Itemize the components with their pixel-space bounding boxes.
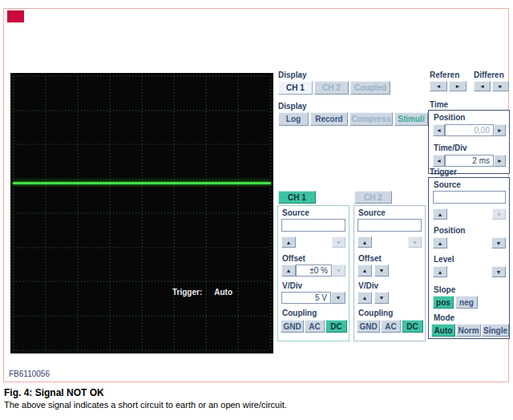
down-arrow-icon: ▼	[496, 240, 502, 246]
right-arrow-icon: ►	[497, 158, 503, 164]
ch1-coupling-dc-button[interactable]: DC	[325, 320, 347, 333]
ch2-vdiv-up-button[interactable]: ▲	[357, 292, 372, 304]
reference-next-button[interactable]: ►	[449, 81, 467, 91]
display-channels-label: Display	[278, 71, 307, 80]
display-coupled-button[interactable]: Coupled	[350, 81, 390, 95]
trigger-level-up-button[interactable]: ▲	[433, 266, 447, 277]
ch2-coupling-ac-button[interactable]: AC	[381, 320, 401, 333]
reference-prev-button[interactable]: ◄	[430, 81, 447, 91]
timediv-increase-button[interactable]: ►	[494, 155, 506, 167]
left-arrow-icon: ◄	[479, 83, 485, 89]
time-group-label: Time	[430, 100, 448, 110]
ch2-panel: Source ▲ ▼ Offset ▲ ▼ V/Div ▲ ▼ Coupling…	[353, 205, 426, 341]
ch2-source-field[interactable]	[357, 219, 422, 232]
time-position-value: 0,00	[445, 124, 494, 136]
down-arrow-icon: ▼	[412, 240, 418, 245]
down-arrow-icon: ▼	[336, 268, 341, 273]
ch1-offset-dropdown-button[interactable]: ▼	[332, 265, 345, 277]
ch2-coupling-buttons: GND AC DC	[357, 320, 424, 333]
trigger-source-controls: ▲ ▼	[433, 208, 506, 220]
up-arrow-icon: ▲	[362, 240, 368, 245]
right-arrow-icon: ►	[497, 127, 503, 133]
ch1-offset-value: ±0 %	[296, 265, 332, 277]
ch2-header-button[interactable]: CH 2	[354, 191, 392, 204]
ch1-source-up-button[interactable]: ▲	[281, 236, 296, 248]
differential-spinner: ◄ ►	[474, 81, 509, 91]
spacer	[447, 208, 492, 220]
display-ch1-button[interactable]: CH 1	[278, 81, 313, 95]
signal-trace	[13, 182, 271, 184]
trigger-source-label: Source	[434, 180, 461, 190]
ch1-vdiv-value: 5 V	[281, 292, 331, 304]
mode-single-button[interactable]: Single	[482, 324, 509, 337]
mode-buttons: Auto Norm Single	[431, 324, 509, 337]
trigger-level-spinner: ▲ ▼	[433, 266, 506, 277]
trigger-level-down-button[interactable]: ▼	[491, 266, 506, 277]
ch2-offset-down-button[interactable]: ▼	[374, 265, 389, 277]
display-log-button[interactable]: Log	[278, 112, 309, 126]
timediv-decrease-button[interactable]: ◄	[433, 155, 445, 167]
up-arrow-icon: ▲	[438, 240, 443, 246]
ch1-coupling-ac-button[interactable]: AC	[305, 320, 325, 333]
ch2-offset-up-button[interactable]: ▲	[357, 265, 372, 277]
differential-next-button[interactable]: ►	[492, 81, 509, 91]
up-arrow-icon: ▲	[362, 295, 368, 301]
mode-label: Mode	[434, 313, 454, 323]
trigger-position-label: Position	[434, 226, 465, 236]
timediv-label: Time/Div	[434, 143, 467, 153]
ch2-vdiv-label: V/Div	[358, 281, 378, 291]
ch2-source-dropdown-button[interactable]: ▼	[408, 236, 422, 248]
trigger-source-up-button[interactable]: ▲	[433, 208, 447, 220]
ch2-vdiv-down-button[interactable]: ▼	[374, 292, 389, 304]
trigger-position-down-button[interactable]: ▼	[491, 237, 506, 248]
differential-prev-button[interactable]: ◄	[474, 81, 491, 91]
trigger-group-label: Trigger	[430, 168, 457, 177]
ch2-source-up-button[interactable]: ▲	[357, 236, 372, 248]
ch2-offset-spinner: ▲ ▼	[357, 265, 422, 277]
figure-frame: Trigger: Auto Display CH 1 CH 2 Coupled …	[3, 8, 509, 382]
left-arrow-icon: ◄	[436, 83, 442, 89]
display-compress-button[interactable]: Compress	[349, 112, 393, 126]
slope-pos-button[interactable]: pos	[433, 296, 454, 309]
time-position-increase-button[interactable]: ►	[494, 124, 506, 136]
ch2-coupling-dc-button[interactable]: DC	[402, 320, 423, 333]
ch1-vdiv-label: V/Div	[282, 281, 302, 291]
time-position-label: Position	[434, 113, 465, 123]
timediv-value: 2 ms	[445, 155, 494, 167]
ch1-offset-up-button[interactable]: ▲	[281, 265, 296, 277]
slope-neg-button[interactable]: neg	[455, 296, 478, 309]
trigger-source-field[interactable]	[433, 191, 506, 204]
display-ch2-button[interactable]: CH 2	[314, 81, 349, 95]
display-modes-label: Display	[278, 102, 307, 111]
down-arrow-icon: ▼	[379, 268, 385, 273]
slope-label: Slope	[434, 285, 455, 295]
trigger-position-spinner: ▲ ▼	[433, 237, 506, 248]
time-position-decrease-button[interactable]: ◄	[433, 124, 445, 136]
ch1-source-field[interactable]	[281, 219, 345, 232]
mode-auto-button[interactable]: Auto	[431, 324, 455, 337]
trigger-source-dropdown-button[interactable]: ▼	[492, 208, 506, 220]
up-arrow-icon: ▲	[438, 212, 443, 217]
mode-norm-button[interactable]: Norm	[456, 324, 481, 337]
ch1-vdiv-dropdown-button[interactable]: ▼	[331, 292, 345, 304]
trigger-group: Source ▲ ▼ Position ▲ ▼ Level ▲ ▼ Slope …	[428, 177, 510, 339]
scope-trigger-status: Trigger: Auto	[172, 288, 232, 297]
trigger-position-up-button[interactable]: ▲	[433, 237, 447, 248]
left-arrow-icon: ◄	[436, 158, 442, 164]
ch1-source-dropdown-button[interactable]: ▼	[332, 236, 345, 248]
time-group: Position ◄ 0,00 ► Time/Div ◄ 2 ms ►	[428, 110, 510, 174]
oscilloscope-screen: Trigger: Auto	[10, 73, 273, 353]
ch1-vdiv-selector: 5 V ▼	[281, 292, 345, 304]
ch1-coupling-gnd-button[interactable]: GND	[281, 320, 304, 333]
up-arrow-icon: ▲	[286, 240, 292, 245]
ch1-coupling-buttons: GND AC DC	[281, 320, 348, 333]
display-record-button[interactable]: Record	[310, 112, 348, 126]
ch1-header-button[interactable]: CH 1	[278, 191, 316, 204]
display-stimuli-button[interactable]: Stimuli	[394, 112, 428, 126]
trigger-status-value: Auto	[214, 288, 232, 297]
ch2-coupling-gnd-button[interactable]: GND	[357, 320, 380, 333]
up-arrow-icon: ▲	[286, 268, 292, 273]
caption-text: The above signal indicates a short circu…	[4, 400, 287, 410]
up-arrow-icon: ▲	[438, 269, 443, 275]
spacer	[447, 237, 491, 248]
